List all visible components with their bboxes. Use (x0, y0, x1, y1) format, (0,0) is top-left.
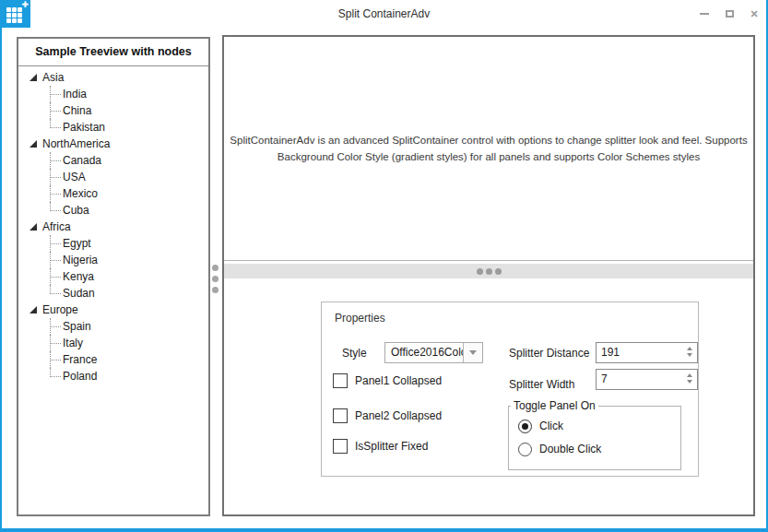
tree-connector-icon (50, 194, 52, 202)
radio-click[interactable]: Click (518, 419, 601, 433)
close-button[interactable]: ✕ (748, 7, 761, 20)
grip-dot (486, 268, 492, 275)
style-dropdown[interactable]: Office2016Color (384, 342, 483, 363)
issplitter-fixed-label: IsSplitter Fixed (355, 440, 428, 453)
tree-connector-icon (50, 111, 52, 119)
tree-node-italy[interactable]: Italy (18, 335, 208, 351)
style-label: Style (342, 347, 367, 360)
toggle-panel-on-groupbox: Toggle Panel On ClickDouble Click (508, 406, 681, 470)
grip-dot (212, 265, 219, 271)
tree-node-label: Cuba (63, 204, 89, 217)
panel1-collapsed-label: Panel1 Collapsed (355, 374, 442, 387)
tree-node-spain[interactable]: Spain (18, 318, 208, 335)
tree-connector-icon (50, 94, 52, 102)
tree-node-label: Sudan (63, 287, 95, 300)
expand-icon[interactable] (30, 74, 37, 81)
tree-node-china[interactable]: China (18, 102, 208, 119)
stepper-buttons (687, 373, 692, 384)
grid-icon (6, 7, 22, 23)
chevron-down-icon (469, 350, 477, 355)
treeview[interactable]: AsiaIndiaChinaPakistanNorthAmericaCanada… (18, 66, 208, 384)
tree-node-egypt[interactable]: Egypt (18, 235, 208, 252)
tree-connector-icon (50, 160, 52, 169)
tree-node-northamerica[interactable]: NorthAmerica (18, 136, 208, 152)
window-border-bottom (0, 528, 768, 532)
toggle-panel-on-title: Toggle Panel On (511, 399, 598, 412)
tree-node-label: NorthAmerica (42, 137, 110, 150)
description-line-1: SplitContainerAdv is an advanced SplitCo… (230, 132, 747, 148)
tree-node-india[interactable]: India (18, 86, 208, 102)
grip-dot (477, 268, 483, 275)
expand-icon[interactable] (30, 306, 37, 313)
panel2-collapsed-checkbox[interactable]: Panel2 Collapsed (333, 408, 442, 423)
tree-panel-header: Sample Treeview with nodes (18, 39, 208, 66)
tree-node-pakistan[interactable]: Pakistan (18, 119, 208, 136)
radio-button-icon[interactable] (518, 420, 532, 433)
tree-node-canada[interactable]: Canada (18, 152, 208, 169)
vertical-splitter[interactable] (212, 265, 219, 293)
window-border-left (0, 0, 2, 532)
tree-node-label: USA (63, 171, 86, 183)
grip-dot (495, 268, 502, 275)
toggle-options: ClickDouble Click (518, 419, 601, 456)
tree-node-mexico[interactable]: Mexico (18, 185, 208, 202)
checkbox-icon[interactable] (333, 439, 348, 454)
radio-label: Click (539, 420, 563, 432)
tree-node-label: France (63, 353, 97, 366)
splitter-distance-stepper[interactable]: 191 (596, 342, 698, 363)
tree-node-label: China (63, 104, 91, 117)
window-controls: ✕ (698, 0, 761, 28)
tree-node-label: Poland (63, 370, 97, 383)
spinner-down-icon[interactable] (687, 353, 692, 357)
minimize-button[interactable] (698, 7, 711, 20)
issplitter-fixed-checkbox[interactable]: IsSplitter Fixed (333, 439, 428, 454)
style-dropdown-button[interactable] (463, 343, 482, 362)
tree-connector-icon (50, 277, 52, 285)
window-title: Split ContainerAdv (0, 7, 768, 20)
tree-node-label: India (63, 88, 87, 100)
tree-node-nigeria[interactable]: Nigeria (18, 252, 208, 268)
grip-dot (212, 287, 219, 293)
tree-panel: Sample Treeview with nodes AsiaIndiaChin… (17, 37, 210, 516)
spinner-up-icon[interactable] (687, 347, 692, 350)
spinner-up-icon[interactable] (687, 373, 692, 377)
expand-icon[interactable] (30, 140, 37, 148)
properties-title: Properties (335, 312, 385, 325)
tree-node-label: Asia (42, 71, 64, 84)
description-panel: SplitContainerAdv is an advanced SplitCo… (224, 37, 753, 261)
tree-node-label: Mexico (63, 187, 98, 200)
tree-node-asia[interactable]: Asia (18, 69, 208, 86)
expand-icon[interactable] (30, 223, 37, 231)
grip-dot (212, 276, 219, 282)
tree-node-label: Egypt (63, 237, 91, 250)
checkbox-icon[interactable] (333, 408, 348, 423)
splitter-width-label: Splitter Width (509, 378, 574, 391)
titlebar[interactable]: ✚ Split ContainerAdv ✕ (0, 0, 768, 28)
tree-node-sudan[interactable]: Sudan (18, 285, 208, 301)
radio-button-icon[interactable] (518, 443, 532, 456)
stepper-buttons (687, 347, 692, 357)
maximize-icon (726, 10, 734, 18)
tree-connector-icon (50, 177, 52, 185)
tree-connector-icon (50, 285, 61, 294)
tree-node-kenya[interactable]: Kenya (18, 268, 208, 285)
tree-node-cuba[interactable]: Cuba (18, 202, 208, 219)
horizontal-splitter[interactable] (224, 264, 753, 278)
panel1-collapsed-checkbox[interactable]: Panel1 Collapsed (333, 373, 442, 388)
radio-label: Double Click (539, 443, 601, 455)
tree-node-poland[interactable]: Poland (18, 368, 208, 384)
style-dropdown-value: Office2016Color (385, 343, 463, 362)
spinner-down-icon[interactable] (687, 380, 692, 384)
tree-node-label: Africa (42, 220, 71, 233)
radio-double-click[interactable]: Double Click (518, 442, 601, 456)
tree-connector-icon (50, 368, 61, 377)
tree-node-france[interactable]: France (18, 351, 208, 368)
tree-node-europe[interactable]: Europe (18, 301, 208, 318)
checkbox-icon[interactable] (333, 373, 348, 388)
splitter-width-stepper[interactable]: 7 (596, 369, 698, 390)
description-line-2: Background Color Style (gradient styles)… (278, 148, 700, 165)
tree-node-africa[interactable]: Africa (18, 219, 208, 235)
tree-connector-icon (50, 243, 52, 252)
tree-node-usa[interactable]: USA (18, 169, 208, 185)
maximize-button[interactable] (723, 7, 736, 20)
